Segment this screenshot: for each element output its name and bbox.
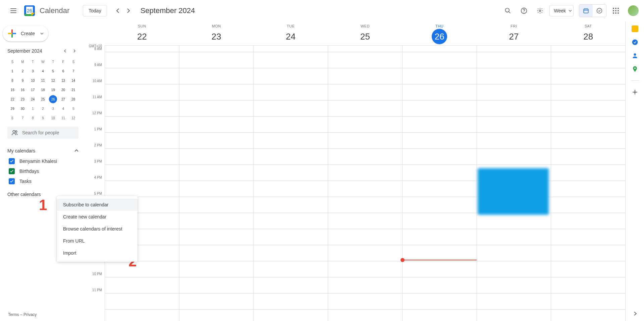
menu-item[interactable]: Subscribe to calendar xyxy=(57,199,138,211)
my-calendars-toggle[interactable]: My calendars xyxy=(7,145,78,156)
calendar-item[interactable]: Birthdays xyxy=(7,166,78,176)
mini-cal-day[interactable]: 30 xyxy=(17,104,28,113)
date-number[interactable]: 27 xyxy=(506,29,522,44)
calendar-checkbox[interactable] xyxy=(9,178,15,184)
main-menu-button[interactable] xyxy=(5,3,21,19)
mini-cal-day[interactable]: 1 xyxy=(7,66,17,76)
mini-cal-day[interactable]: 22 xyxy=(7,94,17,104)
contacts-icon[interactable] xyxy=(632,52,638,59)
mini-cal-day[interactable]: 18 xyxy=(38,85,48,94)
prev-period-button[interactable] xyxy=(112,5,123,16)
support-button[interactable] xyxy=(517,4,531,17)
mini-cal-day[interactable]: 26 xyxy=(49,95,57,103)
day-header[interactable]: SAT28 xyxy=(551,21,625,45)
day-column[interactable] xyxy=(105,46,179,321)
mini-cal-day[interactable]: 4 xyxy=(58,104,68,113)
privacy-link[interactable]: Privacy xyxy=(23,312,37,317)
mini-cal-day[interactable]: 14 xyxy=(68,76,78,85)
mini-cal-day[interactable]: 21 xyxy=(68,85,78,94)
day-header[interactable]: FRI27 xyxy=(477,21,551,45)
mini-cal-day[interactable]: 23 xyxy=(17,94,28,104)
mini-cal-day[interactable]: 17 xyxy=(28,85,38,94)
collapse-panel-button[interactable] xyxy=(633,311,637,317)
calendar-item[interactable]: Tasks xyxy=(7,176,78,186)
mini-cal-day[interactable]: 7 xyxy=(17,113,28,123)
mini-cal-day[interactable]: 2 xyxy=(17,66,28,76)
day-column[interactable] xyxy=(402,46,477,321)
mini-cal-day[interactable]: 6 xyxy=(58,66,68,76)
mini-cal-day[interactable]: 11 xyxy=(38,76,48,85)
settings-button[interactable] xyxy=(533,4,547,17)
day-header[interactable]: TUE24 xyxy=(253,21,328,45)
mini-cal-day[interactable]: 19 xyxy=(48,85,58,94)
mini-cal-day[interactable]: 20 xyxy=(58,85,68,94)
maps-icon[interactable] xyxy=(632,66,638,72)
mini-cal-day[interactable]: 10 xyxy=(48,113,58,123)
mini-cal-day[interactable]: 8 xyxy=(7,76,17,85)
mini-cal-day[interactable]: 28 xyxy=(68,94,78,104)
mini-cal-day[interactable]: 8 xyxy=(28,113,38,123)
mini-cal-day[interactable]: 7 xyxy=(68,66,78,76)
date-number[interactable]: 22 xyxy=(134,29,150,44)
mini-cal-day[interactable]: 10 xyxy=(28,76,38,85)
search-people[interactable] xyxy=(7,127,78,139)
mini-cal-day[interactable]: 24 xyxy=(28,94,38,104)
calendar-event[interactable] xyxy=(478,168,549,215)
date-number[interactable]: 25 xyxy=(358,29,373,44)
mini-cal-prev[interactable] xyxy=(61,47,69,55)
calendar-item[interactable]: Benyamin Khalesi xyxy=(7,156,78,166)
mini-cal-day[interactable]: 13 xyxy=(58,76,68,85)
mini-cal-day[interactable]: 5 xyxy=(68,104,78,113)
mini-cal-day[interactable]: 12 xyxy=(68,113,78,123)
terms-link[interactable]: Terms xyxy=(8,312,19,317)
date-number[interactable]: 26 xyxy=(432,29,447,44)
search-people-input[interactable] xyxy=(22,130,81,135)
mini-cal-day[interactable]: 27 xyxy=(58,94,68,104)
day-column[interactable] xyxy=(477,46,551,321)
mini-cal-day[interactable]: 29 xyxy=(7,104,17,113)
menu-item[interactable]: Create new calendar xyxy=(57,211,138,223)
calendar-checkbox[interactable] xyxy=(9,158,15,164)
date-number[interactable]: 23 xyxy=(209,29,224,44)
date-number[interactable]: 24 xyxy=(283,29,299,44)
date-number[interactable]: 28 xyxy=(581,29,596,44)
app-logo[interactable]: 26 Calendar xyxy=(23,4,69,17)
search-button[interactable] xyxy=(501,4,515,17)
calendar-checkbox[interactable] xyxy=(9,168,15,174)
keep-icon[interactable] xyxy=(632,25,638,32)
create-button[interactable]: Create xyxy=(3,25,48,42)
mini-cal-day[interactable]: 1 xyxy=(28,104,38,113)
tasks-icon[interactable] xyxy=(632,39,638,46)
day-header[interactable]: MON23 xyxy=(179,21,254,45)
day-header[interactable]: SUN22 xyxy=(105,21,179,45)
day-column[interactable] xyxy=(253,46,328,321)
tasks-view-toggle[interactable] xyxy=(593,5,606,17)
day-column[interactable] xyxy=(551,46,625,321)
mini-cal-day[interactable]: 15 xyxy=(7,85,17,94)
mini-cal-day[interactable]: 5 xyxy=(48,66,58,76)
mini-cal-day[interactable]: 11 xyxy=(58,113,68,123)
calendar-view-toggle[interactable] xyxy=(579,5,593,17)
day-column[interactable] xyxy=(328,46,402,321)
mini-cal-day[interactable]: 9 xyxy=(17,76,28,85)
today-button[interactable]: Today xyxy=(83,5,107,16)
grid-body[interactable] xyxy=(105,46,625,321)
day-header[interactable]: THU26 xyxy=(402,21,477,45)
day-header[interactable]: WED25 xyxy=(328,21,402,45)
mini-cal-day[interactable]: 3 xyxy=(48,104,58,113)
add-addon-icon[interactable] xyxy=(632,89,638,95)
view-switcher[interactable]: Week xyxy=(549,5,574,16)
mini-cal-day[interactable]: 4 xyxy=(38,66,48,76)
mini-cal-day[interactable]: 6 xyxy=(7,113,17,123)
mini-cal-day[interactable]: 12 xyxy=(48,76,58,85)
date-range-label[interactable]: September 2024 xyxy=(141,6,195,15)
mini-cal-day[interactable]: 3 xyxy=(28,66,38,76)
google-apps-button[interactable] xyxy=(609,4,623,17)
menu-item[interactable]: From URL xyxy=(57,235,138,247)
menu-item[interactable]: Browse calendars of interest xyxy=(57,223,138,235)
mini-cal-day[interactable]: 9 xyxy=(38,113,48,123)
mini-cal-next[interactable] xyxy=(70,47,78,55)
account-avatar[interactable] xyxy=(628,5,639,16)
day-column[interactable] xyxy=(179,46,254,321)
mini-cal-day[interactable]: 16 xyxy=(17,85,28,94)
